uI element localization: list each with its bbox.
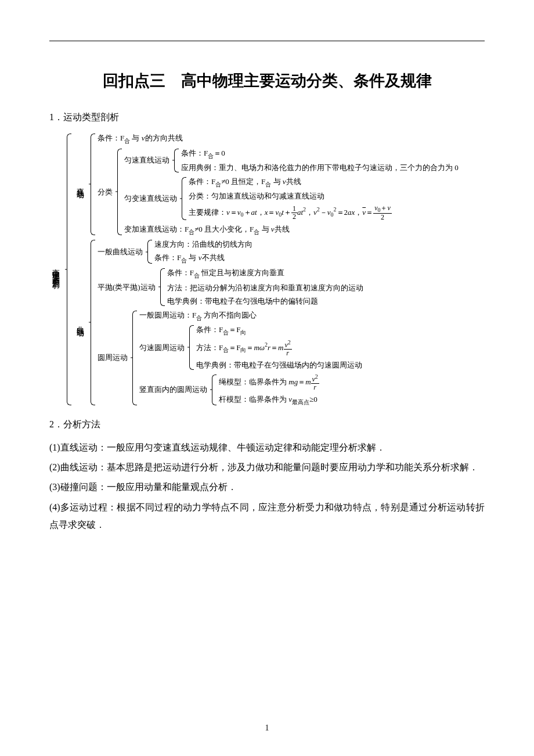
method-2: (2)曲线运动：基本思路是把运动进行分析，涉及力做功和能量问题时要应用动力学和功… xyxy=(49,459,485,476)
uacc-class: 分类：匀加速直线运动和匀减速直线运动 xyxy=(189,190,392,203)
uacc-linear-label: 匀变速直线运动 xyxy=(124,175,178,222)
brace-icon xyxy=(116,147,122,237)
tree-root-label: 高中物理主要运动类型剖析 xyxy=(49,132,63,407)
rope-model: 绳模型：临界条件为 mg＝mv2r xyxy=(219,373,319,392)
linear-label: 直线运动 xyxy=(74,132,88,237)
uni-circ-cond: 条件：F合＝F向 xyxy=(196,323,362,337)
vertical-circular-label: 竖直面内的圆周运动 xyxy=(139,373,208,407)
uacc-cond: 条件：F合≠0 且恒定，F合 与 v共线 xyxy=(189,175,392,189)
uniform-linear-cond: 条件：F合＝0 xyxy=(181,147,459,161)
rod-model: 杆模型：临界条件为 v最高点≥0 xyxy=(219,393,319,407)
brace-icon xyxy=(210,373,217,407)
circular-label: 圆周运动 xyxy=(98,309,129,407)
uni-circ-example: 电学典例：带电粒子在匀强磁场内的匀速圆周运动 xyxy=(196,359,362,372)
brace-icon xyxy=(89,238,96,407)
page-number: 1 xyxy=(0,723,534,733)
top-rule xyxy=(49,41,485,41)
brace-icon xyxy=(180,175,187,222)
method-1: (1)直线运动：一般应用匀变速直线运动规律、牛顿运动定律和动能定理分析求解． xyxy=(49,439,485,456)
brace-icon xyxy=(89,132,96,237)
gen-curve-label: 一般曲线运动 xyxy=(98,238,144,265)
motion-tree: 高中物理主要运动类型剖析 直线运动 条件：F合 与 v的方向共线 分类 xyxy=(49,132,485,407)
gen-curve-dir: 速度方向：沿曲线的切线方向 xyxy=(154,238,252,251)
brace-icon xyxy=(65,132,72,407)
proj-cond: 条件：F合 恒定且与初速度方向垂直 xyxy=(167,267,363,280)
brace-icon xyxy=(187,323,194,371)
curve-label: 曲线运动 xyxy=(74,238,88,407)
uacc-law: 主要规律：v＝v0＋at，x＝v0t＋12at2，v2－v02＝2ax，v＝v0… xyxy=(189,204,392,222)
brace-icon xyxy=(131,309,138,407)
section-2-heading: 2．分析方法 xyxy=(49,419,485,431)
document-title: 回扣点三 高中物理主要运动分类、条件及规律 xyxy=(49,70,485,91)
linear-condition: 条件：F合 与 v的方向共线 xyxy=(98,132,459,146)
method-4: (4)多运动过程：根据不同过程的动力学特点不同，应注意分析受力和做功特点，特别是… xyxy=(49,499,485,534)
vacc-linear: 变加速直线运动：F合≠0 且大小变化，F合 与 v共线 xyxy=(124,223,459,237)
projectile-label: 平抛(类平抛)运动 xyxy=(98,267,157,308)
uniform-circular-label: 匀速圆周运动 xyxy=(139,323,186,371)
brace-icon xyxy=(158,267,165,308)
linear-class-label: 分类 xyxy=(98,147,114,237)
uniform-linear-label: 匀速直线运动 xyxy=(124,147,171,174)
proj-method: 方法：把运动分解为沿初速度方向和垂直初速度方向的运动 xyxy=(167,282,363,294)
brace-icon xyxy=(172,147,179,174)
method-3: (3)碰撞问题：一般应用动量和能量观点分析． xyxy=(49,478,485,496)
brace-icon xyxy=(146,238,153,265)
uniform-linear-example: 应用典例：重力、电场力和洛伦兹力的作用下带电粒子匀速运动，三个力的合力为 0 xyxy=(181,161,459,174)
gen-circular: 一般圆周运动：F合 方向不指向圆心 xyxy=(139,309,362,323)
uni-circ-method: 方法：F合＝F向＝mω2r＝mv2r xyxy=(196,339,362,358)
page: 回扣点三 高中物理主要运动分类、条件及规律 1．运动类型剖析 高中物理主要运动类… xyxy=(0,0,534,756)
section-1-heading: 1．运动类型剖析 xyxy=(49,111,485,124)
proj-example: 电学典例：带电粒子在匀强电场中的偏转问题 xyxy=(167,295,363,308)
gen-curve-cond: 条件：F合 与 v不共线 xyxy=(154,251,252,265)
